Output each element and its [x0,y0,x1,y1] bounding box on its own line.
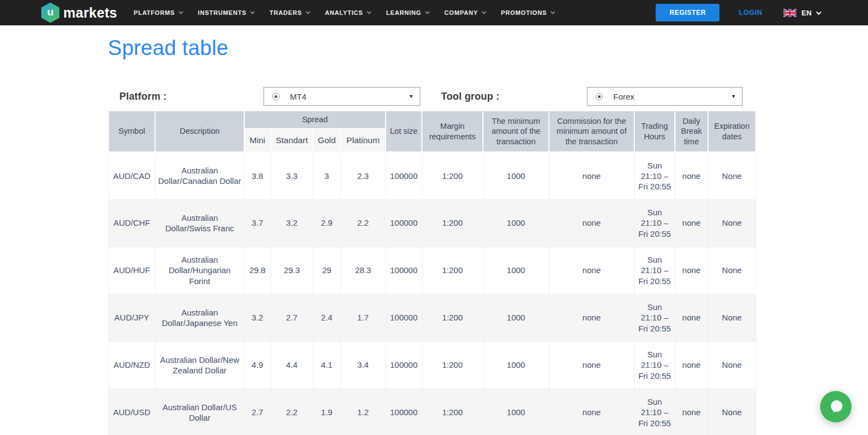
logo-hexagon-icon: u [41,3,59,23]
tool-group-select[interactable]: Forex ▼ [587,87,743,106]
cell-expiration: None [708,294,756,341]
language-label: EN [801,9,812,17]
cell-platinum: 2.2 [340,199,386,247]
cell-symbol: AUD/JPY [108,294,155,341]
dropdown-arrow-icon: ▼ [409,94,414,99]
cell-standart: 3.2 [271,199,313,247]
cell-margin: 1:200 [422,389,483,435]
cell-trading_hours: Sun 21:10 – Fri 20:55 [634,341,675,389]
cell-commission: none [549,199,634,247]
cell-platinum: 3.4 [340,341,386,389]
table-row: AUD/USDAustralian Dollar/US Dollar2.72.2… [108,389,756,435]
register-button[interactable]: REGISTER [656,4,719,21]
cell-margin: 1:200 [422,294,483,341]
chevron-down-icon [551,9,555,14]
nav-item-instruments[interactable]: INSTRUMENTS [198,9,254,16]
main-menu: PLATFORMSINSTRUMENTSTRADERSANALYTICSLEAR… [134,9,570,16]
nav-item-analytics[interactable]: ANALYTICS [325,9,371,16]
cell-standart: 2.2 [271,389,313,435]
cell-mini: 3.2 [244,294,271,341]
nav-item-platforms[interactable]: PLATFORMS [134,9,183,16]
chevron-down-icon [482,9,486,14]
cell-gold: 2.9 [313,199,340,247]
cell-expiration: None [708,341,756,389]
platform-select-value: MT4 [290,92,306,101]
cell-mini: 2.7 [244,389,271,435]
cell-gold: 29 [313,247,340,294]
cell-lot_size: 100000 [386,294,422,341]
col-header-trading-hours: Trading Hours [634,111,675,152]
platform-select[interactable]: MT4 ▼ [263,87,420,106]
cell-gold: 3 [313,152,340,199]
col-header-lot-size: Lot size [386,111,422,152]
nav-item-label: LEARNING [386,9,421,16]
col-header-margin: Margin requirements [422,111,483,152]
nav-item-label: TRADERS [270,9,302,16]
cell-standart: 4.4 [271,341,313,389]
cell-margin: 1:200 [422,199,483,247]
table-row: AUD/CHFAustralian Dollar/Swiss Franc3.73… [108,199,756,247]
cell-trading_hours: Sun 21:10 – Fri 20:55 [634,389,675,435]
cell-trading_hours: Sun 21:10 – Fri 20:55 [634,247,675,294]
chevron-down-icon [816,9,822,15]
login-link[interactable]: LOGIN [739,9,762,17]
cell-standart: 3.3 [271,152,313,199]
nav-item-learning[interactable]: LEARNING [386,9,429,16]
cell-gold: 1.9 [313,389,340,435]
col-header-spread-group: Spread [244,111,386,129]
cell-description: Australian Dollar/Swiss Franc [155,199,244,247]
nav-item-label: COMPANY [444,9,478,16]
nav-item-label: ANALYTICS [325,9,363,16]
cell-daily_break: none [675,247,708,294]
cell-mini: 3.7 [244,199,271,247]
nav-item-traders[interactable]: TRADERS [270,9,310,16]
cell-trading_hours: Sun 21:10 – Fri 20:55 [634,199,675,247]
cell-lot_size: 100000 [386,199,422,247]
col-header-platinum: Platinum [340,129,386,152]
cell-commission: none [549,152,634,199]
cell-platinum: 28.3 [340,247,386,294]
chevron-down-icon [250,9,255,14]
table-row: AUD/JPYAustralian Dollar/Japanese Yen3.2… [108,294,756,341]
radio-icon [596,93,603,100]
table-row: AUD/HUFAustralian Dollar/Hungarian Forin… [108,247,756,294]
spread-table: Symbol Description Spread Lot size Margi… [108,110,756,435]
chevron-down-icon [425,9,430,14]
nav-item-promotions[interactable]: PROMOTIONS [501,9,554,16]
cell-description: Australian Dollar/Japanese Yen [155,294,244,341]
cell-mini: 3.8 [244,152,271,199]
col-header-min-amount: The minimum amount of the transaction [483,111,549,152]
cell-expiration: None [708,389,756,435]
cell-platinum: 1.7 [340,294,386,341]
cell-expiration: None [708,199,756,247]
cell-daily_break: none [675,199,708,247]
nav-item-company[interactable]: COMPANY [444,9,486,16]
cell-expiration: None [708,152,756,199]
tool-group-label: Tool group : [441,87,499,106]
tool-group-select-value: Forex [613,92,634,101]
cell-min_amount: 1000 [483,341,549,389]
logo-wordmark: markets [63,5,117,21]
cell-trading_hours: Sun 21:10 – Fri 20:55 [634,152,675,199]
live-chat-button[interactable] [820,391,851,422]
nav-item-label: PLATFORMS [134,9,175,16]
cell-commission: none [549,294,634,341]
cell-min_amount: 1000 [483,199,549,247]
cell-mini: 29.8 [244,247,271,294]
cell-description: Australian Dollar/Canadian Dollar [155,152,244,199]
cell-trading_hours: Sun 21:10 – Fri 20:55 [634,294,675,341]
top-navbar: u markets PLATFORMSINSTRUMENTSTRADERSANA… [0,0,868,25]
cell-daily_break: none [675,152,708,199]
cell-daily_break: none [675,389,708,435]
umarkets-logo[interactable]: u markets [41,3,117,23]
col-header-symbol: Symbol [108,111,155,152]
cell-description: Australian Dollar/New Zealand Dollar [155,341,244,389]
cell-platinum: 2.3 [340,152,386,199]
language-switcher[interactable]: EN [783,9,821,17]
filter-controls: Platform : MT4 ▼ Tool group : Forex ▼ [108,87,755,106]
cell-platinum: 1.2 [340,389,386,435]
cell-gold: 2.4 [313,294,340,341]
col-header-description: Description [155,111,244,152]
cell-commission: none [549,247,634,294]
cell-daily_break: none [675,341,708,389]
